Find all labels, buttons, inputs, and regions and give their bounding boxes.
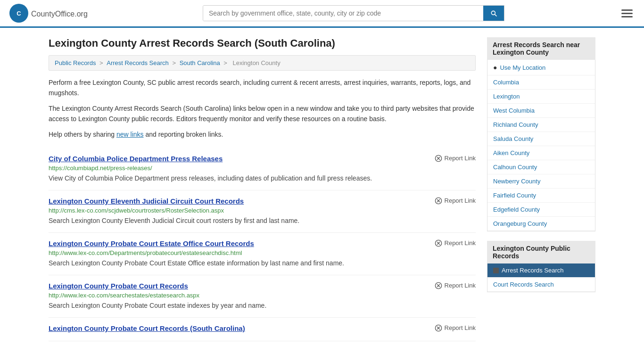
record-header: Lexington County Probate Court Records (…: [49, 324, 476, 332]
record-item: Lexington County Probate Court Records (…: [49, 318, 476, 341]
page-title: Lexington County Arrest Records Search (…: [49, 37, 476, 49]
logo-text: CountyOffice.org: [31, 8, 88, 19]
record-item: City of Columbia Police Department Press…: [49, 148, 476, 190]
active-square-icon: [493, 268, 499, 273]
record-title-3[interactable]: Lexington County Probate Court Records: [49, 282, 188, 290]
records-list: City of Columbia Police Department Press…: [49, 148, 476, 341]
nearby-item-8[interactable]: Fairfield County: [487, 189, 595, 203]
description-1: Perform a free Lexington County, SC publ…: [49, 77, 476, 99]
search-input[interactable]: [203, 6, 483, 21]
report-link-btn-2[interactable]: Report Link: [435, 239, 476, 247]
nearby-items: ColumbiaLexingtonWest ColumbiaRichland C…: [487, 75, 595, 231]
menu-button[interactable]: [619, 8, 635, 19]
report-link-label: Report Link: [445, 239, 476, 247]
public-records-label: Arrest Records Search: [502, 267, 564, 274]
logo-area[interactable]: C CountyOffice.org: [9, 4, 88, 23]
record-item: Lexington County Probate Court Estate Of…: [49, 233, 476, 275]
report-link-btn-1[interactable]: Report Link: [435, 197, 476, 205]
nearby-title: Arrest Records Search near Lexington Cou…: [487, 37, 595, 60]
breadcrumb: Public Records > Arrest Records Search >…: [49, 55, 476, 71]
site-header: C CountyOffice.org: [0, 0, 644, 28]
report-link-btn-3[interactable]: Report Link: [435, 282, 476, 289]
nearby-item-7[interactable]: Newberry County: [487, 174, 595, 189]
main-content: Lexington County Arrest Records Search (…: [49, 37, 476, 341]
report-link-label: Report Link: [445, 197, 476, 204]
report-link-label: Report Link: [445, 324, 476, 331]
menu-line: [621, 13, 633, 14]
nearby-item-2[interactable]: West Columbia: [487, 104, 595, 118]
use-location-item[interactable]: ● Use My Location: [487, 60, 595, 75]
record-item: Lexington County Eleventh Judicial Circu…: [49, 190, 476, 233]
report-link-btn-4[interactable]: Report Link: [435, 324, 476, 332]
search-button[interactable]: [483, 6, 504, 21]
record-title-4[interactable]: Lexington County Probate Court Records (…: [49, 324, 245, 332]
report-link-label: Report Link: [445, 282, 476, 289]
breadcrumb-sep: >: [223, 59, 229, 66]
record-url-2[interactable]: http://www.lex-co.com/Departments/probat…: [49, 249, 476, 256]
nearby-item-0[interactable]: Columbia: [487, 75, 595, 90]
sidebar: Arrest Records Search near Lexington Cou…: [487, 37, 595, 341]
menu-line: [621, 16, 633, 17]
logo-icon: C: [9, 4, 28, 23]
public-records-item-0[interactable]: Arrest Records Search: [487, 263, 595, 278]
search-box: [203, 5, 504, 21]
record-header: Lexington County Probate Court Records R…: [49, 282, 476, 290]
nearby-item-1[interactable]: Lexington: [487, 90, 595, 104]
record-desc-2: Search Lexington County Probate Court Es…: [49, 258, 476, 268]
public-records-item-1[interactable]: Court Records Search: [487, 278, 595, 292]
search-area: [203, 5, 504, 21]
nearby-list: ● Use My Location ColumbiaLexingtonWest …: [487, 60, 595, 231]
breadcrumb-current: Lexington County: [232, 59, 280, 66]
public-records-title: Lexington County Public Records: [487, 241, 595, 263]
description-2: The Lexington County Arrest Records Sear…: [49, 103, 476, 124]
record-url-0[interactable]: https://columbiapd.net/press-releases/: [49, 165, 476, 172]
breadcrumb-sep: >: [172, 59, 177, 66]
breadcrumb-public-records[interactable]: Public Records: [55, 59, 96, 66]
public-records-list: Arrest Records SearchCourt Records Searc…: [487, 263, 595, 292]
breadcrumb-sep: >: [99, 59, 105, 66]
page-container: Lexington County Arrest Records Search (…: [39, 28, 605, 351]
menu-line: [621, 9, 633, 11]
record-title-1[interactable]: Lexington County Eleventh Judicial Circu…: [49, 197, 244, 205]
record-title-0[interactable]: City of Columbia Police Department Press…: [49, 155, 223, 163]
record-url-3[interactable]: http://www.lex-co.com/searchestates/esta…: [49, 292, 476, 299]
nearby-item-3[interactable]: Richland County: [487, 118, 595, 132]
pin-icon: ●: [493, 64, 497, 71]
public-records-label: Court Records Search: [493, 281, 554, 288]
record-desc-3: Search Lexington County Probate Court es…: [49, 301, 476, 311]
svg-text:C: C: [17, 10, 21, 17]
help-text: Help others by sharing new links and rep…: [49, 129, 476, 140]
record-desc-0: View City of Columbia Police Department …: [49, 173, 476, 183]
record-title-2[interactable]: Lexington County Probate Court Estate Of…: [49, 239, 254, 247]
record-header: Lexington County Eleventh Judicial Circu…: [49, 197, 476, 205]
nearby-item-10[interactable]: Orangeburg County: [487, 217, 595, 231]
report-link-btn-0[interactable]: Report Link: [435, 155, 476, 162]
breadcrumb-south-carolina[interactable]: South Carolina: [180, 59, 220, 66]
nearby-item-4[interactable]: Saluda County: [487, 132, 595, 146]
nearby-item-6[interactable]: Calhoun County: [487, 160, 595, 174]
breadcrumb-arrest-records[interactable]: Arrest Records Search: [107, 59, 169, 66]
public-records-section: Lexington County Public Records Arrest R…: [487, 241, 595, 292]
nearby-section: Arrest Records Search near Lexington Cou…: [487, 37, 595, 231]
use-location-label: Use My Location: [500, 64, 545, 71]
nearby-item-5[interactable]: Aiken County: [487, 146, 595, 160]
record-url-1[interactable]: http://cms.lex-co.com/scjdweb/courtroste…: [49, 207, 476, 214]
nearby-item-9[interactable]: Edgefield County: [487, 203, 595, 217]
record-header: City of Columbia Police Department Press…: [49, 155, 476, 163]
record-item: Lexington County Probate Court Records R…: [49, 275, 476, 318]
new-links-link[interactable]: new links: [116, 131, 144, 138]
record-desc-1: Search Lexington County Eleventh Judicia…: [49, 216, 476, 226]
record-header: Lexington County Probate Court Estate Of…: [49, 239, 476, 247]
report-link-label: Report Link: [445, 155, 476, 162]
